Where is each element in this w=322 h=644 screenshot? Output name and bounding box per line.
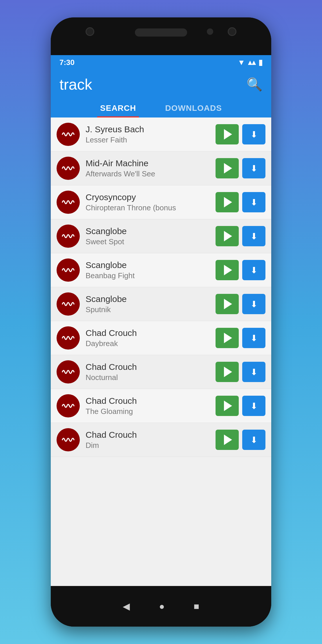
track-item: Chad Crouch Nocturnal ⬇ <box>51 355 271 389</box>
download-button[interactable]: ⬇ <box>242 226 265 246</box>
play-icon <box>224 299 232 309</box>
play-button[interactable] <box>216 396 239 416</box>
track-actions: ⬇ <box>216 124 265 144</box>
download-button[interactable]: ⬇ <box>242 294 265 314</box>
track-avatar <box>57 428 80 451</box>
tab-search[interactable]: SEARCH <box>97 99 139 117</box>
download-button[interactable]: ⬇ <box>242 124 265 144</box>
nav-home-icon[interactable]: ● <box>159 601 164 612</box>
track-actions: ⬇ <box>216 158 265 178</box>
play-button[interactable] <box>216 226 239 246</box>
track-item: Chad Crouch Dim ⬇ <box>51 423 271 457</box>
track-info: Scanglobe Sputnik <box>86 294 210 314</box>
front-camera-dot <box>207 28 213 35</box>
wave-icon <box>61 130 75 139</box>
play-icon <box>224 163 232 173</box>
track-item: Scanglobe Sputnik ⬇ <box>51 287 271 321</box>
track-item: Chad Crouch The Gloaming ⬇ <box>51 389 271 423</box>
track-avatar <box>57 292 80 316</box>
track-avatar <box>57 360 80 383</box>
wave-icon <box>61 435 75 444</box>
play-button[interactable] <box>216 158 239 178</box>
download-button[interactable]: ⬇ <box>242 192 265 212</box>
front-camera-right <box>228 27 236 36</box>
track-actions: ⬇ <box>216 328 265 348</box>
track-avatar <box>57 123 80 146</box>
download-button[interactable]: ⬇ <box>242 328 265 348</box>
nav-back-icon[interactable]: ◀ <box>123 601 130 612</box>
screen: 7:30 ▼ ▴▴ ▮ track 🔍 SEARCH DOWNLOADS <box>51 55 271 586</box>
track-item: Scanglobe Beanbag Fight ⬇ <box>51 253 271 287</box>
track-name: Lesser Faith <box>86 135 210 144</box>
phone-bottom-nav: ◀ ● ■ <box>51 586 271 627</box>
track-info: Scanglobe Beanbag Fight <box>86 260 210 280</box>
download-icon: ⬇ <box>250 231 258 241</box>
play-button[interactable] <box>216 192 239 212</box>
phone-frame: 7:30 ▼ ▴▴ ▮ track 🔍 SEARCH DOWNLOADS <box>51 17 271 627</box>
wave-icon <box>61 232 75 240</box>
status-icons: ▼ ▴▴ ▮ <box>238 58 263 67</box>
track-item: Cryosyncopy Chiropteran Throne (bonus ⬇ <box>51 185 271 219</box>
track-name: Nocturnal <box>86 373 210 382</box>
download-icon: ⬇ <box>250 265 258 275</box>
play-button[interactable] <box>216 362 239 382</box>
play-button[interactable] <box>216 260 239 280</box>
wave-icon <box>61 266 75 274</box>
track-artist: Chad Crouch <box>86 362 210 372</box>
play-icon <box>224 265 232 275</box>
track-item: Chad Crouch Daybreak ⬇ <box>51 321 271 355</box>
track-actions: ⬇ <box>216 260 265 280</box>
track-info: Chad Crouch The Gloaming <box>86 396 210 416</box>
track-actions: ⬇ <box>216 192 265 212</box>
track-name: Daybreak <box>86 339 210 348</box>
track-info: Cryosyncopy Chiropteran Throne (bonus <box>86 192 210 212</box>
play-button[interactable] <box>216 124 239 144</box>
play-button[interactable] <box>216 328 239 348</box>
track-name: Afterwards We'll See <box>86 169 210 178</box>
search-icon[interactable]: 🔍 <box>247 77 263 92</box>
track-name: Sputnik <box>86 305 210 314</box>
wave-icon <box>61 300 75 308</box>
phone-top-hardware <box>51 17 271 55</box>
download-icon: ⬇ <box>250 299 258 309</box>
track-name: Sweet Spot <box>86 237 210 246</box>
play-button[interactable] <box>216 294 239 314</box>
track-artist: Scanglobe <box>86 260 210 270</box>
track-info: Chad Crouch Daybreak <box>86 328 210 348</box>
track-item: J. Syreus Bach Lesser Faith ⬇ <box>51 117 271 151</box>
track-name: Dim <box>86 441 210 450</box>
wave-icon <box>61 164 75 173</box>
download-button[interactable]: ⬇ <box>242 158 265 178</box>
app-header: track 🔍 SEARCH DOWNLOADS <box>51 70 271 117</box>
download-button[interactable]: ⬇ <box>242 362 265 382</box>
track-name: Chiropteran Throne (bonus <box>86 203 210 212</box>
wifi-icon: ▼ <box>238 58 245 67</box>
signal-icon: ▴▴ <box>248 58 256 67</box>
status-time: 7:30 <box>59 58 75 67</box>
wave-icon <box>61 334 75 342</box>
track-actions: ⬇ <box>216 430 265 450</box>
download-button[interactable]: ⬇ <box>242 260 265 280</box>
tab-downloads[interactable]: DOWNLOADS <box>162 99 225 117</box>
track-info: Scanglobe Sweet Spot <box>86 226 210 246</box>
play-button[interactable] <box>216 430 239 450</box>
nav-recents-icon[interactable]: ■ <box>194 601 199 612</box>
track-artist: Scanglobe <box>86 226 210 236</box>
app-title: track <box>59 76 92 93</box>
track-avatar <box>57 394 80 417</box>
track-info: Chad Crouch Nocturnal <box>86 362 210 382</box>
download-button[interactable]: ⬇ <box>242 430 265 450</box>
play-icon <box>224 401 232 411</box>
play-icon <box>224 435 232 445</box>
track-actions: ⬇ <box>216 396 265 416</box>
download-button[interactable]: ⬇ <box>242 396 265 416</box>
track-avatar <box>57 191 80 214</box>
track-actions: ⬇ <box>216 226 265 246</box>
play-icon <box>224 129 232 140</box>
header-row: track 🔍 <box>59 76 263 99</box>
tabs: SEARCH DOWNLOADS <box>59 99 263 117</box>
track-artist: Chad Crouch <box>86 396 210 406</box>
track-actions: ⬇ <box>216 294 265 314</box>
track-actions: ⬇ <box>216 362 265 382</box>
track-item: Mid-Air Machine Afterwards We'll See ⬇ <box>51 151 271 185</box>
